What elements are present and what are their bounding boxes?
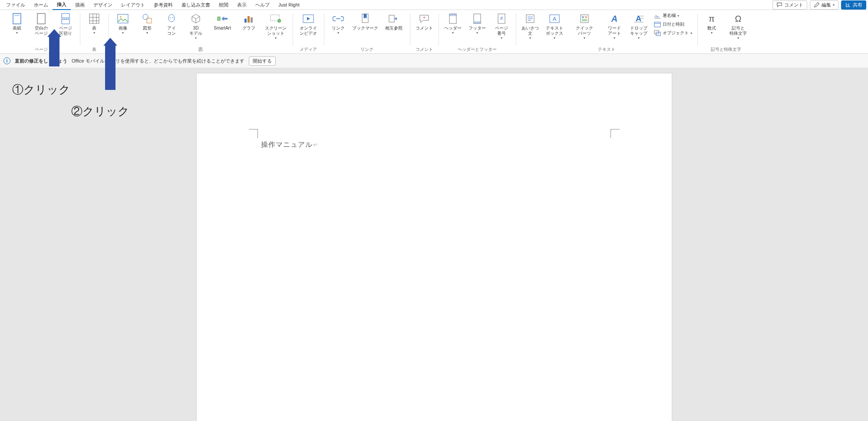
chevron-down-icon: ▾: [677, 14, 679, 18]
crossref-icon: [388, 13, 400, 25]
svg-rect-19: [248, 16, 250, 23]
chevron-down-icon: ▾: [146, 31, 148, 35]
group-comment-label: コメント: [416, 46, 433, 53]
chart-button[interactable]: グラフ: [238, 12, 260, 31]
svg-rect-43: [582, 19, 587, 21]
comment-icon: [776, 2, 782, 8]
chevron-down-icon: ▾: [833, 3, 835, 7]
tab-view[interactable]: 表示: [233, 0, 251, 10]
group-hf-label: ヘッダーとフッター: [458, 46, 497, 53]
object-icon: [654, 30, 661, 36]
tab-justright[interactable]: Just Right: [274, 1, 304, 9]
group-header-footer: ヘッダー ▾ フッター ▾ # ページ 番号 ▾ ヘッダーとフッター: [439, 12, 516, 53]
quickparts-button[interactable]: クイック パーツ ▾: [568, 12, 601, 40]
chevron-down-icon: ▾: [452, 31, 454, 35]
svg-point-15: [170, 17, 171, 18]
svg-rect-1: [14, 15, 20, 16]
icons-button[interactable]: アイ コン: [161, 12, 182, 36]
tab-insert[interactable]: 挿入: [53, 0, 71, 10]
shapes-button[interactable]: 図形 ▾: [136, 12, 158, 35]
equation-button[interactable]: π 数式 ▾: [701, 12, 723, 35]
chevron-down-icon: ▾: [737, 36, 739, 40]
chevron-down-icon: ▾: [638, 36, 640, 40]
svg-text:A: A: [553, 16, 557, 22]
cover-page-button[interactable]: 表紙 ▾: [6, 12, 28, 35]
new-comment-button[interactable]: + コメント: [413, 12, 435, 31]
margin-corner-mark: [249, 129, 258, 138]
message-bar: i 直前の修正をしましょう Office モバイル アプリを使用すると、どこから…: [0, 54, 868, 68]
cross-reference-button[interactable]: 相互参照: [381, 12, 406, 31]
editing-mode-button[interactable]: 編集 ▾: [810, 0, 838, 10]
cube-icon: [190, 13, 202, 25]
svg-text:+: +: [423, 15, 426, 20]
chevron-down-icon: ▾: [476, 31, 478, 35]
smartart-button[interactable]: SmartArt: [209, 12, 235, 31]
picture-icon: [117, 13, 129, 25]
group-table: 表 ▾ 表: [80, 12, 109, 53]
chevron-down-icon: ▾: [529, 36, 531, 40]
footer-icon: [471, 13, 483, 25]
page-number-icon: #: [495, 13, 508, 25]
greeting-button[interactable]: あいさつ 文 ▾: [519, 12, 541, 40]
chevron-down-icon: ▾: [614, 36, 615, 40]
tab-file[interactable]: ファイル: [2, 0, 30, 10]
bookmark-button[interactable]: ブックマーク: [352, 12, 379, 31]
group-page-label: ページ: [35, 46, 48, 53]
dropcap-button[interactable]: A ドロップ キャップ ▾: [628, 12, 650, 40]
wordart-button[interactable]: A ワード アート ▾: [604, 12, 625, 40]
screenshot-button[interactable]: + スクリーン ショット ▾: [262, 12, 289, 40]
blank-page-icon: [35, 13, 47, 25]
chart-icon: [243, 13, 255, 25]
svg-point-12: [120, 16, 122, 18]
pi-icon: π: [706, 13, 718, 25]
quickparts-icon: [578, 13, 591, 25]
group-page: 表紙 ▾ 空白の ページ ページ 区切り ページ: [3, 12, 80, 53]
picture-button[interactable]: 画像 ▾: [112, 12, 134, 35]
date-time-button[interactable]: 日付と時刻: [652, 20, 694, 28]
svg-rect-20: [251, 17, 253, 23]
smartart-icon: [216, 13, 228, 25]
tab-home[interactable]: ホーム: [30, 0, 53, 10]
svg-rect-2: [37, 13, 45, 24]
svg-text:+: +: [278, 20, 280, 23]
svg-rect-6: [89, 14, 99, 23]
link-button[interactable]: リンク ▾: [327, 12, 349, 35]
dropcap-icon: A: [633, 13, 645, 25]
page-number-button[interactable]: # ページ 番号 ▾: [491, 12, 512, 40]
wordart-icon: A: [608, 13, 620, 25]
share-button[interactable]: 共有: [841, 0, 866, 10]
group-illustrations-label: 図: [198, 46, 203, 53]
signature-icon: [654, 12, 661, 19]
online-video-button[interactable]: オンライ ンビデオ: [296, 12, 320, 36]
document-page[interactable]: 操作マニュアル↵: [197, 73, 672, 421]
group-comment: + コメント コメント: [410, 12, 439, 53]
table-button[interactable]: 表 ▾: [83, 12, 105, 35]
group-symbols: π 数式 ▾ Ω 記号と 特殊文字 ▾ 記号と特殊文字: [697, 12, 755, 53]
comments-button[interactable]: コメント: [772, 0, 807, 10]
svg-text:π: π: [709, 14, 715, 23]
annotation-arrow-2: [105, 46, 116, 90]
symbol-button[interactable]: Ω 記号と 特殊文字 ▾: [725, 12, 751, 40]
tab-review[interactable]: 校閲: [215, 0, 233, 10]
chevron-down-icon: ▾: [501, 36, 502, 40]
header-button[interactable]: ヘッダー ▾: [442, 12, 464, 35]
tab-references[interactable]: 参考資料: [149, 0, 177, 10]
textbox-button[interactable]: A テキスト ボックス ▾: [544, 12, 565, 40]
3d-models-button[interactable]: 3D モデル ▾: [185, 12, 207, 40]
svg-rect-14: [147, 18, 152, 23]
tab-draw[interactable]: 描画: [71, 0, 89, 10]
info-icon: i: [3, 57, 10, 64]
svg-text:Ω: Ω: [735, 14, 742, 23]
tab-design[interactable]: デザイン: [89, 0, 117, 10]
svg-rect-18: [244, 19, 247, 23]
document-canvas[interactable]: 操作マニュアル↵ ①クリック ②クリック: [0, 68, 868, 421]
document-body-text[interactable]: 操作マニュアル↵: [261, 140, 319, 149]
footer-button[interactable]: フッター ▾: [466, 12, 488, 35]
start-button[interactable]: 開始する: [249, 56, 276, 66]
tab-mailings[interactable]: 差し込み文書: [177, 0, 215, 10]
signature-line-button[interactable]: 署名欄 ▾: [652, 12, 694, 20]
tab-layout[interactable]: レイアウト: [117, 0, 149, 10]
object-button[interactable]: オブジェクト ▾: [652, 29, 694, 37]
link-icon: [332, 13, 344, 25]
tab-help[interactable]: ヘルプ: [251, 0, 274, 10]
